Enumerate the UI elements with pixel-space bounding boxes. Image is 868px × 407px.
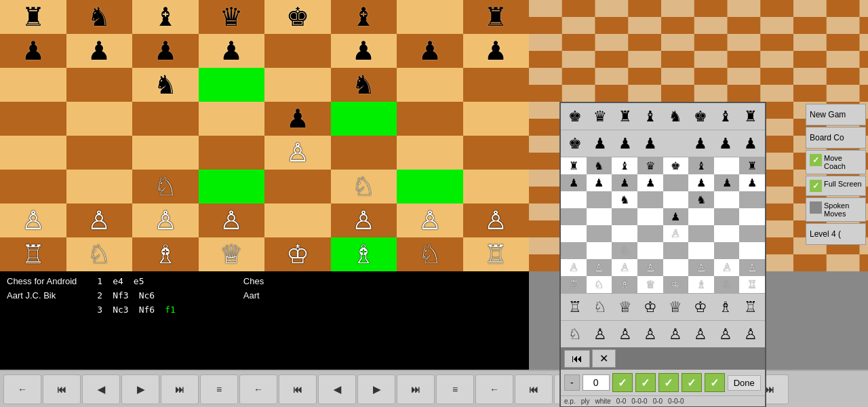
nav-button-7[interactable]: ⏮ [279, 374, 317, 404]
mini-cell-r4c6[interactable] [714, 225, 740, 242]
nav-button-0[interactable]: ← [3, 374, 41, 404]
mini-cell-r7c6[interactable]: ♘ [714, 276, 740, 293]
nav-button-4[interactable]: ⏭ [161, 374, 199, 404]
cell-r4c6[interactable] [397, 136, 463, 170]
cell-r5c0[interactable] [0, 170, 66, 204]
cell-r6c0[interactable]: ♙ [0, 204, 66, 237]
mini-cell-r3c7[interactable] [739, 208, 765, 225]
mini-cell-r7c3[interactable]: ♕ [637, 276, 663, 293]
mini-cell-r4c0[interactable] [561, 225, 587, 242]
cell-r0c6[interactable] [397, 0, 463, 34]
piece-bk[interactable]: ♚ [562, 104, 587, 128]
cell-r4c2[interactable] [132, 136, 199, 170]
cell-r2c2[interactable]: ♞ [132, 68, 199, 102]
cell-r2c3[interactable] [199, 68, 265, 102]
mini-cell-r7c5[interactable]: ♗ [688, 276, 714, 293]
mini-close-button[interactable]: ✕ [592, 349, 616, 368]
mini-cell-r1c5[interactable]: ♟ [688, 174, 714, 191]
piece-wn2[interactable]: ♘ [562, 322, 587, 346]
piece-wp3[interactable]: ♙ [637, 322, 663, 346]
cell-r1c7[interactable]: ♟ [463, 34, 530, 68]
mini-cell-r0c7[interactable]: ♜ [739, 157, 765, 174]
nav-button-5[interactable]: ≡ [200, 374, 238, 404]
cell-r3c2[interactable] [132, 102, 199, 136]
mini-cell-r2c6[interactable] [714, 191, 740, 208]
cell-r4c5[interactable] [331, 136, 397, 170]
cell-r3c4[interactable]: ♟ [264, 102, 331, 136]
mini-cell-r5c6[interactable] [714, 242, 740, 259]
cell-r6c7[interactable]: ♙ [463, 204, 530, 237]
piece-wn1[interactable]: ♘ [587, 295, 612, 319]
cell-r0c5[interactable]: ♝ [331, 0, 397, 34]
nav-button-12[interactable]: ← [475, 374, 513, 404]
mini-cell-r1c2[interactable]: ♟ [612, 174, 637, 191]
mini-cell-r4c1[interactable] [587, 225, 612, 242]
mini-cell-r7c0[interactable]: ♖ [561, 276, 587, 293]
mini-cell-r0c1[interactable]: ♞ [587, 157, 612, 174]
cell-r1c6[interactable]: ♟ [397, 34, 463, 68]
mini-cell-r6c4[interactable] [663, 259, 689, 276]
mini-cell-r3c4[interactable]: ♟ [663, 208, 689, 225]
mini-cell-r4c3[interactable] [637, 225, 663, 242]
mini-cell-r1c6[interactable]: ♟ [714, 174, 740, 191]
check-btn-1[interactable]: ✓ [612, 373, 633, 392]
mini-back-button[interactable]: ⏮ [564, 350, 590, 368]
nav-button-11[interactable]: ≡ [436, 374, 474, 404]
piece-wq[interactable]: ♕ [612, 295, 637, 319]
piece-bp3[interactable]: ♟ [637, 132, 663, 155]
cell-r2c5[interactable]: ♞ [331, 68, 397, 102]
cell-r6c5[interactable]: ♙ [331, 204, 397, 237]
mini-cell-r3c1[interactable] [587, 208, 612, 225]
cell-r0c0[interactable]: ♜ [0, 0, 66, 34]
cell-r6c3[interactable]: ♙ [199, 204, 265, 237]
cell-r5c5[interactable]: ♘ [331, 170, 397, 204]
score-area[interactable]: - 0 ✓ ✓ ✓ ✓ ✓ Done [561, 370, 765, 395]
nav-button-8[interactable]: ◀ [318, 374, 356, 404]
cell-r5c6[interactable] [397, 170, 463, 204]
mini-cell-r6c2[interactable]: ♙ [612, 259, 637, 276]
cell-r3c5[interactable] [331, 102, 397, 136]
mini-cell-r5c0[interactable] [561, 242, 587, 259]
cell-r5c4[interactable] [264, 170, 331, 204]
piece-wp1[interactable]: ♙ [587, 322, 612, 346]
piece-bb2[interactable]: ♝ [713, 104, 738, 128]
done-button[interactable]: Done [728, 375, 761, 391]
cell-r3c6[interactable] [397, 102, 463, 136]
nav-button-10[interactable]: ⏭ [397, 374, 435, 404]
cell-r2c6[interactable] [397, 68, 463, 102]
mini-cell-r6c5[interactable]: ♙ [688, 259, 714, 276]
mini-cell-r3c5[interactable] [688, 208, 714, 225]
mini-cell-r0c4[interactable]: ♚ [663, 157, 689, 174]
mini-cell-r2c3[interactable] [637, 191, 663, 208]
cell-r6c6[interactable]: ♙ [397, 204, 463, 237]
cell-r3c0[interactable] [0, 102, 66, 136]
piece-wr[interactable]: ♖ [562, 295, 587, 319]
mini-cell-r1c1[interactable]: ♟ [587, 174, 612, 191]
piece-bb1[interactable]: ♝ [637, 104, 663, 128]
piece-bp4[interactable]: ♟ [688, 132, 713, 155]
cell-r1c0[interactable]: ♟ [0, 34, 66, 68]
cell-r3c1[interactable] [66, 102, 133, 136]
cell-r2c0[interactable] [0, 68, 66, 102]
cell-r3c3[interactable] [199, 102, 265, 136]
spoken-moves-toggle[interactable]: Spoken Moves [806, 197, 866, 222]
mini-cell-r0c3[interactable]: ♛ [637, 157, 663, 174]
cell-r6c1[interactable]: ♙ [66, 204, 133, 237]
mini-cell-r6c1[interactable]: ♙ [587, 259, 612, 276]
cell-r1c1[interactable]: ♟ [66, 34, 133, 68]
mini-cell-r5c7[interactable] [739, 242, 765, 259]
piece-wq2[interactable]: ♕ [663, 295, 688, 319]
mini-cell-r3c0[interactable] [561, 208, 587, 225]
piece-selection-white[interactable]: ♖ ♘ ♕ ♔ ♕ ♔ ♗ ♖ [561, 293, 765, 320]
mini-cell-r2c7[interactable] [739, 191, 765, 208]
cell-r4c7[interactable] [463, 136, 530, 170]
cell-r0c1[interactable]: ♞ [66, 0, 133, 34]
piece-bp5[interactable]: ♟ [713, 132, 738, 155]
piece-wp5[interactable]: ♙ [688, 322, 713, 346]
mini-cell-r0c5[interactable]: ♝ [688, 157, 714, 174]
piece-empty1[interactable] [663, 132, 688, 155]
piece-bk2[interactable]: ♚ [688, 104, 713, 128]
cell-r7c0[interactable]: ♖ [0, 237, 66, 271]
cell-r4c0[interactable] [0, 136, 66, 170]
piece-selection-top[interactable]: ♚ ♛ ♜ ♝ ♞ ♚ ♝ ♜ [561, 103, 765, 130]
